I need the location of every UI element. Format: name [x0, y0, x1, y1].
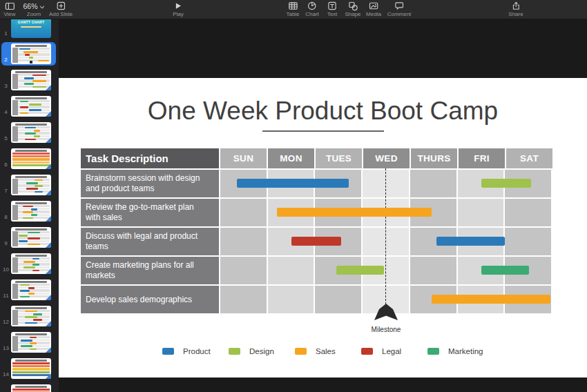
view-label: View — [3, 11, 15, 18]
gantt-bar-marketing[interactable] — [481, 266, 529, 275]
day-column-thurs — [410, 170, 458, 197]
milestone-dashed-line — [385, 168, 386, 315]
thumbnail-bar — [20, 296, 30, 298]
text-button[interactable]: Text — [327, 1, 338, 18]
thumbnail-row — [12, 190, 50, 193]
slide-thumbnail-12[interactable]: 12 — [1, 304, 56, 328]
add-slide-button[interactable]: Add Slide — [49, 1, 73, 18]
thumbnail-title-bar — [15, 386, 47, 388]
slide-number: 10 — [1, 266, 10, 273]
day-column-sat — [505, 199, 552, 226]
gantt-bar-design[interactable] — [336, 266, 384, 275]
thumbnail-bar — [28, 232, 41, 234]
thumbnail-chart — [12, 231, 50, 247]
zoom-value: 66% — [23, 2, 37, 10]
milestone-label: Milestone — [352, 326, 421, 333]
slide-thumbnail-14[interactable]: 14 — [1, 357, 56, 380]
thumbnail-chart — [12, 257, 50, 273]
thumbnail-chart — [12, 74, 50, 90]
thumbnail-bar — [23, 206, 33, 208]
shape-button[interactable]: Shape — [345, 1, 360, 18]
task-label: Develop sales demographics — [81, 286, 219, 313]
slide-canvas[interactable]: One Week Product Boot Camp Task Descript… — [59, 78, 587, 378]
slide-thumbnail-10[interactable]: 10 — [1, 252, 56, 275]
slide-thumbnail-5[interactable]: 5 — [1, 121, 56, 144]
slide-thumbnail-4[interactable]: 4 — [1, 95, 56, 118]
gantt-bar-product[interactable] — [237, 179, 348, 188]
table-button[interactable]: Table — [286, 1, 299, 18]
view-button[interactable]: View — [3, 1, 15, 18]
slide-title[interactable]: One Week Product Boot Camp — [59, 97, 587, 126]
slide-thumbnail-1[interactable]: 1GANTT CHART — [1, 19, 56, 39]
thumbnail-bar — [28, 293, 35, 295]
thumbnail-bar — [28, 244, 41, 246]
share-button[interactable]: Share — [508, 1, 523, 18]
text-tool-label: Chart — [305, 11, 319, 18]
gantt-bar-product[interactable] — [436, 237, 506, 246]
slide-thumbnail-image — [11, 253, 51, 274]
chart-legend[interactable]: ProductDesignSalesLegalMarketing — [162, 347, 494, 355]
milestone-marker[interactable] — [373, 304, 399, 323]
day-header-sat: SAT — [506, 148, 552, 168]
share-label: Share — [508, 11, 523, 18]
thumbnail-row — [12, 164, 50, 167]
thumbnail-label-column — [12, 336, 18, 351]
slide-number: 13 — [1, 345, 10, 351]
legend-item-marketing[interactable]: Marketing — [427, 347, 494, 355]
thumbnail-chart — [12, 100, 50, 116]
thumbnail-bar — [20, 290, 30, 292]
thumbnail-bar — [19, 235, 28, 237]
slide-thumbnail-3[interactable]: 3 — [1, 68, 56, 92]
slide-thumbnail-2[interactable]: 2 — [1, 42, 56, 66]
slide-number: 6 — [1, 161, 10, 168]
task-label: Review the go-to-market plan with sales — [81, 199, 219, 226]
thumbnail-bar — [32, 80, 46, 82]
media-button[interactable]: Media — [366, 1, 381, 18]
slide-thumbnail-6[interactable]: 6 — [1, 147, 56, 170]
slide-thumbnail-13[interactable]: 13 — [1, 331, 56, 354]
thumbnail-fold-corner — [46, 321, 51, 326]
thumbnail-chart — [12, 126, 50, 142]
slide-thumbnail-image — [11, 70, 51, 90]
thumbnail-title-bar — [15, 97, 47, 99]
legend-item-sales[interactable]: Sales — [295, 347, 361, 355]
thumbnail-bar — [19, 48, 30, 50]
gantt-chart[interactable]: Task Description SUNMONTUESWEDTHURSFRISA… — [81, 148, 552, 313]
slide-thumbnail-image — [11, 227, 51, 248]
play-button[interactable]: Play — [173, 1, 184, 18]
thumbnail-bar — [23, 211, 33, 213]
thumbnail-fold-corner — [46, 216, 51, 222]
day-column-sun — [220, 257, 268, 284]
comment-button[interactable]: Comment — [387, 1, 412, 18]
legend-label: Product — [183, 347, 211, 355]
chart-button[interactable]: Chart — [305, 1, 319, 18]
legend-item-legal[interactable]: Legal — [361, 347, 427, 355]
slide-number: 12 — [1, 319, 10, 325]
gantt-bar-design[interactable] — [481, 179, 531, 188]
gantt-bar-sales[interactable] — [432, 295, 550, 304]
slide-thumbnail-15[interactable]: 15 — [1, 383, 56, 392]
thumbnail-bar — [26, 182, 38, 184]
slide-thumbnail-image — [11, 306, 51, 326]
day-column-mon — [268, 257, 316, 284]
day-column-fri — [458, 199, 506, 226]
thumbnail-bar — [32, 270, 40, 272]
slide-thumbnail-8[interactable]: 8 — [1, 199, 56, 223]
thumbnail-bar — [25, 322, 37, 324]
slide-thumbnail-7[interactable]: 7 — [1, 173, 56, 197]
day-column-mon — [268, 286, 316, 313]
day-header-thurs: THURS — [411, 148, 457, 168]
thumbnail-label-column — [12, 48, 18, 63]
thumbnail-bar — [19, 240, 28, 242]
gantt-row: Discuss with legal and product teams — [81, 228, 552, 255]
slide-thumbnail-11[interactable]: 11 — [1, 278, 56, 302]
thumbnail-bar — [29, 57, 33, 59]
slide-thumbnail-9[interactable]: 9 — [1, 226, 56, 249]
thumbnail-row — [12, 295, 50, 298]
thumbnail-title-bar — [15, 150, 47, 152]
legend-item-design[interactable]: Design — [229, 347, 295, 355]
gantt-bar-sales[interactable] — [277, 208, 431, 217]
zoom-control[interactable]: 66% Zoom — [23, 1, 44, 18]
legend-item-product[interactable]: Product — [162, 347, 229, 355]
gantt-bar-legal[interactable] — [291, 237, 341, 246]
